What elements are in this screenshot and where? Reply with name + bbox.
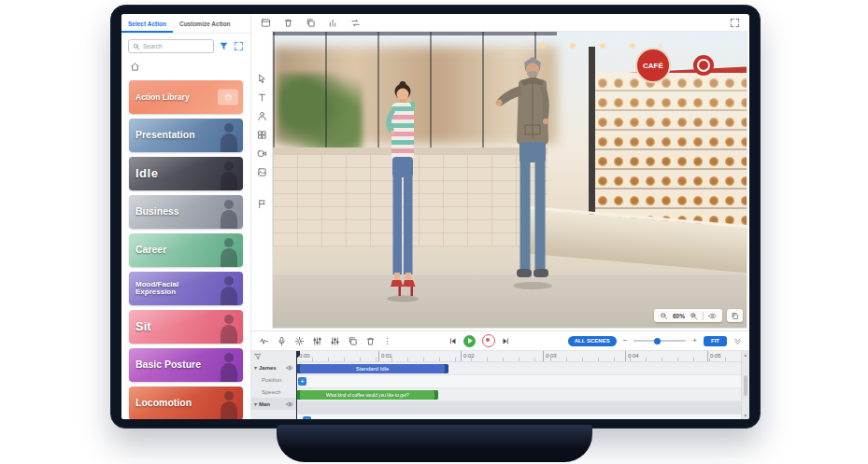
tab-select-action[interactable]: Select Action [121, 14, 173, 33]
collapse-track-icon[interactable]: ▾ [254, 401, 257, 407]
home-row [121, 57, 250, 77]
lane-speech[interactable]: What kind of coffee would you like to ge… [296, 388, 742, 401]
lane-james[interactable]: Standard Idle [296, 362, 742, 375]
category-action-library[interactable]: Action Library [129, 80, 243, 114]
subtrack-speech[interactable]: Speech [251, 386, 296, 398]
duplicate-view-button[interactable] [727, 309, 743, 322]
action-sidebar: Select Action Customize Action A [121, 14, 251, 419]
scene-tool-strip [251, 31, 272, 330]
zoom-slider-minus[interactable]: − [623, 337, 628, 344]
search-input[interactable] [143, 43, 209, 49]
time-ruler[interactable]: 0:00 0:01 0:02 0:03 0:04 0:05 [296, 351, 742, 362]
person-thumbnail [214, 312, 238, 344]
scene-canvas[interactable]: CAFÉ [272, 31, 747, 329]
marker-flag-icon[interactable] [257, 199, 267, 209]
video-tool-icon[interactable] [257, 148, 267, 159]
category-mood-facial-expression[interactable]: Mood/Facial Expression [129, 272, 243, 305]
collapse-timeline-icon[interactable] [733, 337, 742, 345]
select-pointer-icon[interactable] [257, 74, 267, 84]
more-options-icon[interactable]: ⋮ [383, 337, 391, 345]
category-sit[interactable]: Sit [129, 310, 243, 344]
play-button[interactable] [463, 335, 476, 347]
copy-icon[interactable] [306, 18, 316, 28]
record-button[interactable] [482, 334, 495, 347]
mixer-icon[interactable] [330, 336, 340, 346]
fit-button[interactable]: FIT [704, 336, 727, 346]
props-tool-icon[interactable] [257, 130, 267, 140]
clip-speech[interactable]: What kind of coffee would you like to ge… [296, 390, 438, 400]
swap-icon[interactable] [350, 18, 361, 28]
character-man[interactable] [490, 56, 576, 291]
fullscreen-icon[interactable] [234, 41, 244, 51]
all-scenes-button[interactable]: ALL SCENES [568, 336, 617, 346]
lane-man-group[interactable] [296, 401, 742, 415]
category-career[interactable]: Career [129, 233, 243, 267]
track-header-james[interactable]: ▾ James [251, 361, 296, 373]
category-business[interactable]: Business [129, 195, 243, 229]
zoom-in-icon[interactable] [690, 312, 698, 320]
track-filter-row [251, 351, 296, 361]
mic-icon[interactable] [277, 336, 287, 346]
preview-eye-icon[interactable] [708, 312, 717, 320]
character-james[interactable] [366, 80, 439, 304]
search-box[interactable] [128, 39, 214, 53]
scroll-up-arrow[interactable]: ▲ [744, 353, 748, 358]
clip-standard-idle[interactable]: Standard Idle [296, 364, 448, 373]
tab-customize-action[interactable]: Customize Action [173, 14, 237, 33]
skip-end-icon[interactable] [502, 337, 510, 345]
track-header-man[interactable]: ▾ Man [251, 398, 296, 410]
lane-position[interactable]: + [296, 375, 742, 388]
text-tool-icon[interactable] [257, 92, 267, 103]
ruler-label: 0:04 [625, 351, 707, 361]
person-thumbnail [214, 120, 238, 152]
track-filter-icon[interactable] [254, 353, 262, 360]
add-keyframe-button[interactable]: + [298, 377, 306, 386]
timeline-scrollbar[interactable]: ▲ ▼ [741, 351, 749, 419]
expand-viewport-icon[interactable] [730, 18, 740, 28]
playhead[interactable] [296, 351, 297, 419]
category-label: Sit [135, 320, 151, 333]
track-visibility-icon[interactable] [286, 364, 293, 372]
ruler-label: 0:03 [543, 351, 625, 361]
zoom-out-icon[interactable] [660, 312, 668, 320]
category-locomotion[interactable]: Locomotion [129, 387, 243, 419]
viewport: CAFÉ [251, 31, 749, 330]
ruler-label: 0:05 [707, 351, 742, 361]
sliders-icon[interactable] [312, 336, 322, 346]
filter-icon[interactable] [219, 41, 229, 51]
search-row [121, 34, 250, 57]
duplicate-icon[interactable] [348, 336, 358, 346]
add-action-button[interactable]: + [303, 416, 311, 419]
pastry-display-case [592, 73, 747, 227]
category-idle[interactable]: Idle [129, 157, 243, 190]
scroll-down-arrow[interactable]: ▼ [744, 414, 748, 418]
home-icon[interactable] [130, 62, 140, 72]
category-presentation[interactable]: Presentation [129, 119, 243, 152]
subtrack-position[interactable]: Position [251, 373, 296, 386]
chart-icon[interactable] [328, 18, 338, 28]
background-tool-icon[interactable] [257, 167, 267, 177]
effects-sun-icon[interactable] [294, 336, 305, 346]
action-category-list: Action Library Presentation Idle [121, 77, 250, 419]
layers-icon[interactable] [261, 18, 271, 28]
lane-man-action[interactable]: + [296, 415, 742, 419]
cafe-logo-badge [693, 55, 714, 76]
zoom-slider-knob[interactable] [654, 338, 661, 344]
audio-waveform-icon[interactable] [259, 336, 269, 346]
laptop-base [277, 425, 592, 462]
zoom-level: 60% [673, 313, 685, 319]
delete-icon[interactable] [365, 336, 376, 346]
collapse-track-icon[interactable]: ▾ [254, 364, 257, 371]
character-tool-icon[interactable] [257, 111, 267, 121]
trash-icon[interactable] [283, 18, 293, 28]
track-lanes: 0:00 0:01 0:02 0:03 0:04 0:05 Standard I… [296, 351, 742, 419]
track-visibility-icon[interactable] [286, 401, 293, 408]
category-basic-posture[interactable]: Basic Posture [129, 348, 243, 382]
timeline-zoom-slider[interactable] [633, 340, 686, 342]
category-label: Basic Posture [135, 359, 201, 370]
skip-start-icon[interactable] [448, 337, 457, 345]
category-label: Mood/Facial Expression [135, 281, 210, 297]
zoom-slider-plus[interactable]: + [692, 337, 697, 344]
scrollbar-thumb[interactable] [744, 375, 747, 396]
person-thumbnail [214, 388, 238, 419]
